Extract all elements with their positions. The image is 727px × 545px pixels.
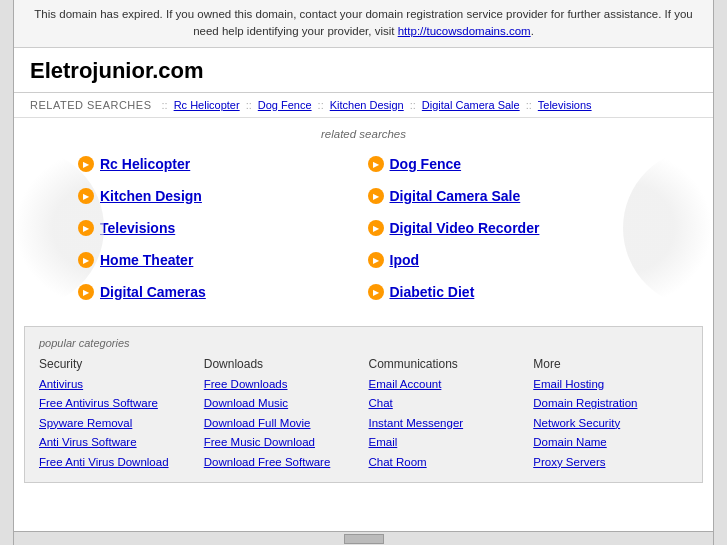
popular-section: popular categories Security Antivirus Fr… [24, 326, 703, 484]
related-bar-label: RELATED SEARCHES [30, 99, 152, 111]
scrollbar-left[interactable] [0, 0, 14, 545]
search-col-left: Rc Helicopter Kitchen Design Televisions… [74, 150, 364, 306]
popular-link[interactable]: Instant Messenger [369, 414, 524, 434]
search-link-left-1[interactable]: Kitchen Design [100, 188, 202, 204]
arrow-icon [78, 156, 94, 172]
popular-link[interactable]: Email [369, 433, 524, 453]
search-link-right-1[interactable]: Digital Camera Sale [390, 188, 521, 204]
related-bar-item-4[interactable]: Televisions [538, 99, 592, 111]
popular-col-security-title: Security [39, 357, 194, 371]
search-link-right-3[interactable]: Ipod [390, 252, 420, 268]
popular-col-downloads-title: Downloads [204, 357, 359, 371]
related-bar-item-0[interactable]: Rc Helicopter [174, 99, 240, 111]
arrow-icon [368, 220, 384, 236]
scrollbar-right[interactable] [713, 0, 727, 545]
popular-link[interactable]: Download Music [204, 394, 359, 414]
popular-link[interactable]: Free Music Download [204, 433, 359, 453]
popular-link[interactable]: Free Anti Virus Download [39, 453, 194, 473]
search-col-right: Dog Fence Digital Camera Sale Digital Vi… [364, 150, 654, 306]
popular-link[interactable]: Spyware Removal [39, 414, 194, 434]
notice-bar: This domain has expired. If you owned th… [14, 0, 713, 48]
popular-heading: popular categories [39, 337, 688, 349]
notice-link[interactable]: http://tucowsdomains.com [398, 25, 531, 37]
scrollbar-thumb[interactable] [344, 534, 384, 544]
list-item: Rc Helicopter [74, 150, 364, 178]
popular-link[interactable]: Proxy Servers [533, 453, 688, 473]
arrow-icon [78, 284, 94, 300]
related-searches-heading: related searches [14, 128, 713, 140]
popular-link[interactable]: Email Hosting [533, 375, 688, 395]
search-link-left-0[interactable]: Rc Helicopter [100, 156, 190, 172]
search-section: related searches Rc Helicopter Kitchen D… [14, 118, 713, 318]
list-item: Diabetic Diet [364, 278, 654, 306]
sep-2: :: [246, 99, 252, 111]
popular-col-security: Security Antivirus Free Antivirus Softwa… [39, 357, 194, 473]
scrollbar-bottom[interactable] [14, 531, 713, 545]
site-title: Eletrojunior.com [14, 48, 713, 93]
popular-col-communications: Communications Email Account Chat Instan… [369, 357, 524, 473]
search-link-right-0[interactable]: Dog Fence [390, 156, 462, 172]
popular-link[interactable]: Email Account [369, 375, 524, 395]
list-item: Kitchen Design [74, 182, 364, 210]
notice-text: This domain has expired. If you owned th… [34, 8, 692, 37]
popular-col-more: More Email Hosting Domain Registration N… [533, 357, 688, 473]
related-bar-item-1[interactable]: Dog Fence [258, 99, 312, 111]
search-link-left-2[interactable]: Televisions [100, 220, 175, 236]
arrow-icon [368, 156, 384, 172]
popular-link[interactable]: Download Free Software [204, 453, 359, 473]
arrow-icon [78, 220, 94, 236]
arrow-icon [368, 188, 384, 204]
popular-link[interactable]: Network Security [533, 414, 688, 434]
popular-link[interactable]: Domain Registration [533, 394, 688, 414]
list-item: Digital Camera Sale [364, 182, 654, 210]
search-link-right-4[interactable]: Diabetic Diet [390, 284, 475, 300]
related-bar-item-3[interactable]: Digital Camera Sale [422, 99, 520, 111]
list-item: Home Theater [74, 246, 364, 274]
list-item: Ipod [364, 246, 654, 274]
arrow-icon [368, 252, 384, 268]
search-link-left-4[interactable]: Digital Cameras [100, 284, 206, 300]
popular-grid: Security Antivirus Free Antivirus Softwa… [39, 357, 688, 473]
popular-link[interactable]: Chat Room [369, 453, 524, 473]
popular-link[interactable]: Antivirus [39, 375, 194, 395]
popular-col-downloads: Downloads Free Downloads Download Music … [204, 357, 359, 473]
list-item: Dog Fence [364, 150, 654, 178]
popular-col-communications-title: Communications [369, 357, 524, 371]
sep-3: :: [318, 99, 324, 111]
list-item: Televisions [74, 214, 364, 242]
popular-link[interactable]: Free Antivirus Software [39, 394, 194, 414]
popular-col-more-title: More [533, 357, 688, 371]
arrow-icon [368, 284, 384, 300]
arrow-icon [78, 252, 94, 268]
arrow-icon [78, 188, 94, 204]
popular-link[interactable]: Download Full Movie [204, 414, 359, 434]
sep-5: :: [526, 99, 532, 111]
search-link-left-3[interactable]: Home Theater [100, 252, 193, 268]
popular-link[interactable]: Anti Virus Software [39, 433, 194, 453]
popular-link[interactable]: Domain Name [533, 433, 688, 453]
list-item: Digital Cameras [74, 278, 364, 306]
popular-link[interactable]: Free Downloads [204, 375, 359, 395]
sep-1: :: [162, 99, 168, 111]
list-item: Digital Video Recorder [364, 214, 654, 242]
related-bar: RELATED SEARCHES :: Rc Helicopter :: Dog… [14, 93, 713, 118]
search-links-container: Rc Helicopter Kitchen Design Televisions… [14, 150, 713, 306]
popular-link[interactable]: Chat [369, 394, 524, 414]
sep-4: :: [410, 99, 416, 111]
search-link-right-2[interactable]: Digital Video Recorder [390, 220, 540, 236]
related-bar-item-2[interactable]: Kitchen Design [330, 99, 404, 111]
